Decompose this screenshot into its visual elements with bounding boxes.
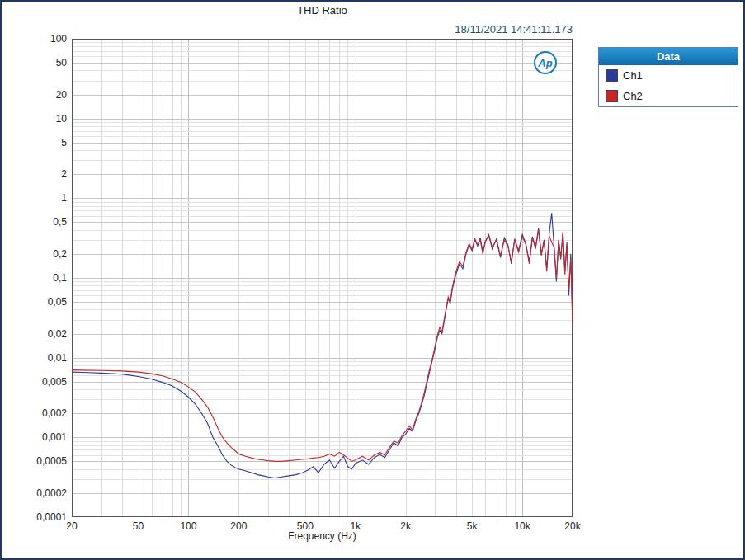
x-axis-label: Frequency (Hz) (72, 530, 573, 542)
y-tick-label: 2 (16, 168, 67, 180)
y-tick-label: 0,0001 (16, 511, 67, 523)
legend-item-label: Ch1 (623, 69, 643, 82)
audio-precision-logo-icon: Ap (534, 51, 557, 74)
legend-panel: Data Ch1 Ch2 (598, 47, 738, 107)
plot-area[interactable] (72, 39, 573, 517)
y-tick-label: 0,05 (16, 296, 67, 308)
ch1-color-swatch-icon (606, 69, 618, 82)
legend-item-ch2[interactable]: Ch2 (599, 86, 738, 106)
y-tick-label: 0,01 (16, 352, 67, 364)
x-tick-label: 1k (350, 520, 361, 532)
legend-item-label: Ch2 (623, 90, 643, 102)
x-tick-label: 20k (564, 520, 580, 532)
x-tick-label: 5k (467, 520, 478, 532)
y-tick-label: 50 (16, 57, 67, 68)
x-tick-label: 50 (133, 520, 144, 532)
ch2-color-swatch-icon (606, 90, 618, 102)
x-tick-label: 20 (66, 520, 77, 532)
x-tick-label: 100 (180, 520, 196, 532)
y-tick-label: 0,2 (16, 248, 67, 260)
y-tick-label: 0,001 (16, 431, 67, 443)
y-tick-label: 0,005 (16, 376, 67, 388)
y-tick-label: 0,02 (16, 328, 67, 340)
x-tick-label: 500 (297, 520, 314, 532)
chart-canvas[interactable] (72, 39, 573, 517)
y-tick-label: 0,1 (16, 272, 67, 284)
y-tick-label: 5 (16, 137, 67, 148)
y-tick-label: 10 (16, 113, 67, 125)
measurement-timestamp: 18/11/2021 14:41:11.173 (72, 23, 573, 35)
x-tick-label: 200 (230, 520, 247, 532)
y-tick-label: 0,0005 (16, 455, 67, 467)
y-tick-label: 0,5 (16, 216, 67, 228)
y-tick-label: 0,0002 (16, 487, 67, 499)
legend-header: Data (599, 48, 738, 65)
chart-title: THD Ratio (72, 4, 573, 16)
y-tick-label: 0,002 (16, 407, 67, 419)
y-tick-label: 100 (16, 33, 67, 45)
thd-ratio-graph-window: THD Ratio 18/11/2021 14:41:11.173 THD Ra… (0, 0, 745, 560)
x-tick-label: 2k (400, 520, 411, 532)
y-tick-label: 20 (16, 89, 67, 101)
legend-item-ch1[interactable]: Ch1 (599, 65, 738, 86)
y-tick-label: 1 (16, 192, 67, 204)
x-tick-label: 10k (514, 520, 530, 532)
